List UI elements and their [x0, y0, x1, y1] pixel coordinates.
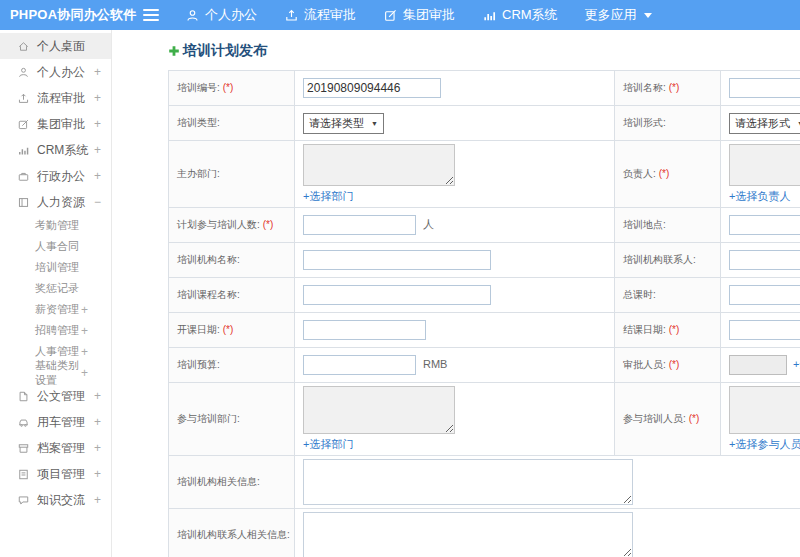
sidebar-item-project-management[interactable]: 项目管理+: [0, 461, 111, 487]
sidebar-item-personal-office[interactable]: 个人办公+: [0, 59, 111, 85]
total-hours-input[interactable]: [729, 285, 800, 305]
user-icon: [185, 8, 200, 23]
nav-item-workflow-approval[interactable]: 流程审批: [284, 6, 356, 24]
participants-textarea[interactable]: [729, 386, 800, 434]
planned-participants-unit-label: 人: [423, 218, 434, 230]
org-info-label-cell: 培训机构相关信息:: [169, 456, 295, 509]
host-department-textarea[interactable]: [303, 144, 455, 186]
sidebar-item-crm-system[interactable]: CRM系统+: [0, 137, 111, 163]
required-mark: (*): [223, 324, 234, 335]
nav-item-label: CRM系统: [502, 6, 558, 24]
sidebar-item-personal-desktop[interactable]: 个人桌面: [0, 33, 111, 59]
required-mark: (*): [689, 413, 700, 424]
end-date-label-cell: 结课日期:(*): [615, 313, 721, 348]
sidebar-item-admin-office[interactable]: 行政办公+: [0, 163, 111, 189]
top-bar: PHPOA协同办公软件 个人办公流程审批集团审批CRM系统更多应用: [0, 0, 800, 30]
training-no-input[interactable]: [303, 78, 441, 98]
sidebar-subitem-recruitment-management[interactable]: 招聘管理+: [0, 320, 111, 341]
expand-icon[interactable]: +: [94, 170, 101, 182]
host-department-picker-link[interactable]: +选择部门: [303, 189, 353, 204]
person-in-charge-textarea[interactable]: [729, 144, 800, 186]
training-location-input[interactable]: [729, 215, 800, 235]
org-contact-input[interactable]: [729, 250, 800, 270]
sidebar-item-archive-management[interactable]: 档案管理+: [0, 435, 111, 461]
participating-departments-picker-link[interactable]: +选择部门: [303, 437, 353, 452]
participating-departments-label-cell: 参与培训部门:: [169, 383, 295, 456]
sidebar-subitem-attendance-management[interactable]: 考勤管理: [0, 215, 111, 236]
person-in-charge-picker-link[interactable]: +选择负责人: [729, 189, 790, 204]
participants-label-cell: 参与培训人员:(*): [615, 383, 721, 456]
training-type-select[interactable]: 请选择类型▼: [303, 113, 384, 134]
expand-icon[interactable]: +: [94, 494, 101, 506]
end-date-input[interactable]: [729, 320, 800, 340]
sidebar-subitem-personnel-contract[interactable]: 人事合同: [0, 236, 111, 257]
form-row: 培训类型:请选择类型▼培训形式:请选择形式▼: [169, 106, 800, 141]
expand-icon[interactable]: +: [94, 66, 101, 78]
start-date-input[interactable]: [303, 320, 426, 340]
sidebar-subitem-label: 基础类别设置: [35, 358, 81, 388]
sidebar-subitem-salary-management[interactable]: 薪资管理+: [0, 299, 111, 320]
sidebar-item-label: 档案管理: [37, 440, 85, 457]
org-info-textarea[interactable]: [303, 459, 633, 505]
sidebar-item-human-resources[interactable]: 人力资源−: [0, 189, 111, 215]
expand-icon[interactable]: +: [94, 442, 101, 454]
expand-icon[interactable]: +: [81, 367, 88, 379]
expand-icon[interactable]: +: [94, 390, 101, 402]
participating-departments-textarea[interactable]: [303, 386, 455, 434]
expand-icon[interactable]: +: [81, 346, 88, 358]
org-contact-info-textarea[interactable]: [303, 512, 633, 557]
training-location-field-cell: [721, 208, 800, 243]
nav-item-more-apps[interactable]: 更多应用: [585, 6, 652, 24]
expand-icon[interactable]: +: [94, 92, 101, 104]
expand-icon[interactable]: +: [81, 325, 88, 337]
budget-input[interactable]: [303, 355, 416, 375]
nav-item-group-approval[interactable]: 集团审批: [383, 6, 455, 24]
sidebar-item-label: 行政办公: [37, 168, 85, 185]
expand-icon[interactable]: +: [94, 118, 101, 130]
expand-icon[interactable]: +: [81, 304, 88, 316]
page-title: 培训计划发布: [168, 42, 800, 60]
approver-input[interactable]: [729, 355, 787, 375]
field-label: 培训机构联系人相关信息:: [177, 529, 290, 540]
sidebar-item-label: CRM系统: [37, 142, 88, 159]
sidebar-item-group-approval[interactable]: 集团审批+: [0, 111, 111, 137]
expand-icon[interactable]: +: [94, 416, 101, 428]
form-row: 培训课程名称:总课时:: [169, 278, 800, 313]
field-label: 培训形式:: [623, 117, 666, 128]
field-label: 参与培训部门:: [177, 413, 240, 424]
end-date-field-cell: [721, 313, 800, 348]
approver-picker-link[interactable]: +选择审批人员: [793, 358, 800, 370]
sidebar-item-workflow-approval[interactable]: 流程审批+: [0, 85, 111, 111]
planned-participants-field-cell: 人: [295, 208, 615, 243]
course-name-input[interactable]: [303, 285, 491, 305]
nav-item-crm-system[interactable]: CRM系统: [482, 6, 558, 24]
sidebar-subitem-basic-category-settings[interactable]: 基础类别设置+: [0, 362, 111, 383]
hamburger-menu-icon[interactable]: [143, 9, 159, 21]
form-row: 培训机构相关信息:: [169, 456, 800, 509]
org-name-input[interactable]: [303, 250, 491, 270]
flow-icon: [17, 92, 30, 105]
archive-icon: [17, 442, 30, 455]
sidebar-subitem-training-management[interactable]: 培训管理: [0, 257, 111, 278]
sidebar-item-document-management[interactable]: 公文管理+: [0, 383, 111, 409]
sidebar-subitem-reward-punishment-record[interactable]: 奖惩记录: [0, 278, 111, 299]
participants-picker-link[interactable]: +选择参与人员: [729, 437, 800, 452]
participants-field-cell: +选择参与人员: [721, 383, 800, 456]
training-location-label-cell: 培训地点:: [615, 208, 721, 243]
field-label: 培训机构名称:: [177, 254, 240, 265]
field-label: 培训类型:: [177, 117, 220, 128]
nav-item-personal-office[interactable]: 个人办公: [185, 6, 257, 24]
approver-label-cell: 审批人员:(*): [615, 348, 721, 383]
chart-icon: [17, 144, 30, 157]
sidebar-item-vehicle-management[interactable]: 用车管理+: [0, 409, 111, 435]
expand-icon[interactable]: +: [94, 468, 101, 480]
expand-icon[interactable]: +: [94, 144, 101, 156]
sidebar-item-label: 人力资源: [37, 194, 85, 211]
planned-participants-input[interactable]: [303, 215, 416, 235]
collapse-icon[interactable]: −: [94, 196, 101, 208]
training-name-input[interactable]: [729, 78, 800, 98]
budget-field-cell: RMB: [295, 348, 615, 383]
sidebar-item-label: 个人办公: [37, 64, 85, 81]
sidebar-item-knowledge-exchange[interactable]: 知识交流+: [0, 487, 111, 513]
training-form-select[interactable]: 请选择形式▼: [729, 113, 800, 134]
